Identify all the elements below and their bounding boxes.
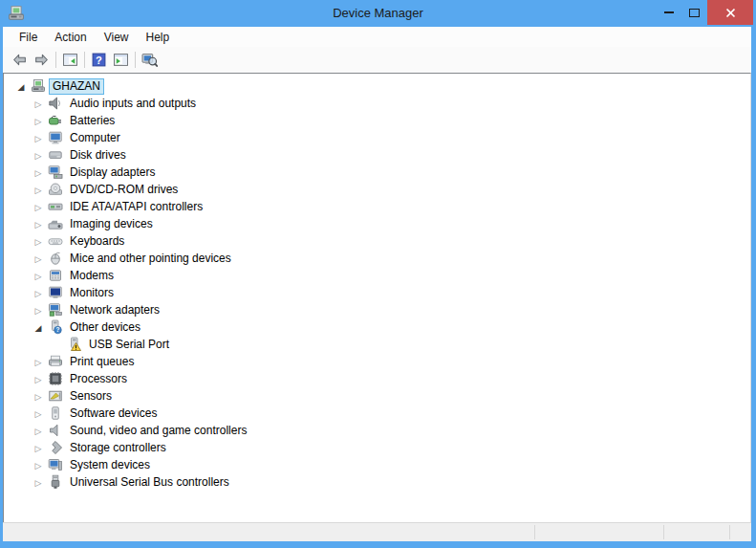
tree-item-batteries[interactable]: Batteries <box>4 112 750 129</box>
chevron-expanded-icon[interactable] <box>15 77 27 96</box>
chevron-collapsed-icon[interactable] <box>32 129 44 147</box>
close-button[interactable] <box>707 0 753 25</box>
scan-hardware-changes-button[interactable] <box>139 49 161 71</box>
console-tree-icon <box>62 52 78 68</box>
menu-help[interactable]: Help <box>138 28 179 47</box>
tree-item-processors[interactable]: Processors <box>4 370 750 387</box>
tree-item-usb-controllers[interactable]: Universal Serial Bus controllers <box>4 473 750 491</box>
chevron-collapsed-icon[interactable] <box>32 164 44 182</box>
tree-item-network-adapters[interactable]: Network adapters <box>4 301 750 318</box>
tree-item-label[interactable]: Software devices <box>66 406 161 422</box>
chevron-collapsed-icon[interactable] <box>32 95 44 113</box>
chevron-collapsed-icon[interactable] <box>32 422 44 440</box>
tree-item-disk-drives[interactable]: Disk drives <box>4 146 750 164</box>
forward-button[interactable] <box>31 49 53 71</box>
chevron-collapsed-icon[interactable] <box>32 146 44 164</box>
tree-item-label[interactable]: Display adapters <box>66 164 159 181</box>
tree-item-label[interactable]: USB Serial Port <box>85 337 173 353</box>
tree-item-label[interactable]: Universal Serial Bus controllers <box>66 474 233 491</box>
tree-item-label[interactable]: IDE ATA/ATAPI controllers <box>66 199 206 215</box>
tree-item-label[interactable]: DVD/CD-ROM drives <box>66 182 182 198</box>
chevron-collapsed-icon[interactable] <box>32 284 44 302</box>
tree-item-dvd-drives[interactable]: DVD/CD-ROM drives <box>4 181 750 198</box>
tree-item-audio-inputs[interactable]: Audio inputs and outputs <box>4 95 750 112</box>
modem-icon <box>48 268 63 283</box>
tree-item-imaging-devices[interactable]: Imaging devices <box>4 215 750 232</box>
menu-action[interactable]: Action <box>46 28 95 47</box>
tree-item-label[interactable]: Batteries <box>66 113 119 129</box>
chevron-collapsed-icon[interactable] <box>32 267 44 285</box>
tree-item-label[interactable]: GHAZAN <box>49 78 104 95</box>
chevron-collapsed-icon[interactable] <box>32 181 44 199</box>
computer-root-icon <box>31 78 46 94</box>
maximize-icon <box>689 9 700 17</box>
tree-item-label[interactable]: Print queues <box>66 354 138 370</box>
forward-icon <box>33 52 50 68</box>
chevron-collapsed-icon[interactable] <box>32 405 44 423</box>
tree-item-label[interactable]: Computer <box>66 130 124 146</box>
printer-icon <box>48 354 63 369</box>
chevron-collapsed-icon[interactable] <box>32 456 44 474</box>
tree-item-modems[interactable]: Modems <box>4 267 750 284</box>
titlebar[interactable]: Device Manager <box>0 0 756 27</box>
tree-item-usb-serial-port[interactable]: USB Serial Port <box>4 336 750 353</box>
minimize-button[interactable] <box>656 0 681 25</box>
chevron-collapsed-icon[interactable] <box>32 250 44 268</box>
tree-item-print-queues[interactable]: Print queues <box>4 353 750 370</box>
back-button[interactable] <box>9 49 31 71</box>
mouse-icon <box>48 251 63 266</box>
tree-item-label[interactable]: Sensors <box>66 388 116 405</box>
chevron-collapsed-icon[interactable] <box>32 473 44 492</box>
tree-item-label[interactable]: Storage controllers <box>66 440 170 456</box>
chevron-collapsed-icon[interactable] <box>32 387 44 406</box>
show-console-tree-button[interactable] <box>59 49 81 71</box>
tree-item-computer[interactable]: Computer <box>4 129 750 146</box>
tree-item-mice[interactable]: Mice and other pointing devices <box>4 250 750 267</box>
menu-view[interactable]: View <box>96 28 138 47</box>
tree-root-ghazan[interactable]: GHAZAN <box>4 77 750 95</box>
tree-item-label[interactable]: Other devices <box>66 319 144 336</box>
network-adapter-icon <box>48 302 63 318</box>
chevron-expanded-icon[interactable] <box>32 318 44 337</box>
chevron-collapsed-icon[interactable] <box>32 232 44 251</box>
maximize-button[interactable] <box>681 0 707 25</box>
tree-item-label[interactable]: Imaging devices <box>66 216 157 232</box>
tree-item-sound-controllers[interactable]: Sound, video and game controllers <box>4 422 750 439</box>
tree-item-label[interactable]: Sound, video and game controllers <box>66 423 250 439</box>
tree-item-other-devices[interactable]: Other devices <box>4 318 750 336</box>
tree-item-storage-controllers[interactable]: Storage controllers <box>4 439 750 456</box>
tree-item-software-devices[interactable]: Software devices <box>4 405 750 422</box>
chevron-collapsed-icon[interactable] <box>32 112 44 130</box>
tree-item-label[interactable]: Mice and other pointing devices <box>66 251 235 267</box>
tree-item-keyboards[interactable]: Keyboards <box>4 232 750 250</box>
chevron-collapsed-icon[interactable] <box>32 301 44 319</box>
chevron-collapsed-icon[interactable] <box>32 353 44 371</box>
tree-item-monitors[interactable]: Monitors <box>4 284 750 301</box>
tree-item-system-devices[interactable]: System devices <box>4 456 750 473</box>
tree-item-label[interactable]: Network adapters <box>66 302 163 318</box>
tree-item-ide-controllers[interactable]: IDE ATA/ATAPI controllers <box>4 198 750 215</box>
speaker-icon <box>48 96 63 111</box>
disc-drive-icon <box>48 182 63 197</box>
tree-item-label[interactable]: Processors <box>66 371 131 387</box>
chevron-collapsed-icon[interactable] <box>32 439 44 457</box>
show-action-pane-button[interactable] <box>110 49 132 71</box>
window-title: Device Manager <box>0 0 756 27</box>
tree-item-label[interactable]: Audio inputs and outputs <box>66 96 200 112</box>
warning-device-icon <box>67 337 82 352</box>
tree-item-label[interactable]: Disk drives <box>66 147 130 164</box>
menu-file[interactable]: File <box>11 28 46 47</box>
keyboard-icon <box>48 233 63 249</box>
tree-item-label[interactable]: System devices <box>66 457 154 473</box>
tree-item-label[interactable]: Monitors <box>66 285 118 301</box>
tree-item-label[interactable]: Keyboards <box>66 233 128 250</box>
chevron-collapsed-icon[interactable] <box>32 215 44 233</box>
tree-item-display-adapters[interactable]: Display adapters <box>4 164 750 181</box>
tree-item-sensors[interactable]: Sensors <box>4 387 750 405</box>
chevron-collapsed-icon[interactable] <box>32 370 44 388</box>
tree-item-label[interactable]: Modems <box>66 268 118 284</box>
chevron-collapsed-icon[interactable] <box>32 198 44 216</box>
statusbar-separator <box>534 525 535 539</box>
help-button[interactable] <box>88 49 110 71</box>
app-surface: File Action View Help GHAZAN <box>3 27 751 541</box>
